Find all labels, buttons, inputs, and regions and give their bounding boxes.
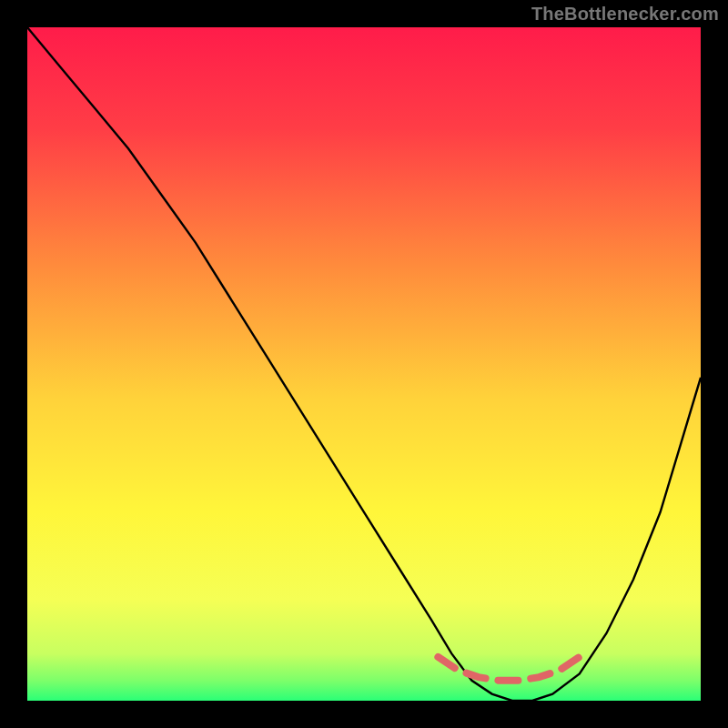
gradient-background <box>27 27 701 701</box>
bottleneck-chart <box>0 0 728 728</box>
chart-stage: TheBottlenecker.com <box>0 0 728 728</box>
